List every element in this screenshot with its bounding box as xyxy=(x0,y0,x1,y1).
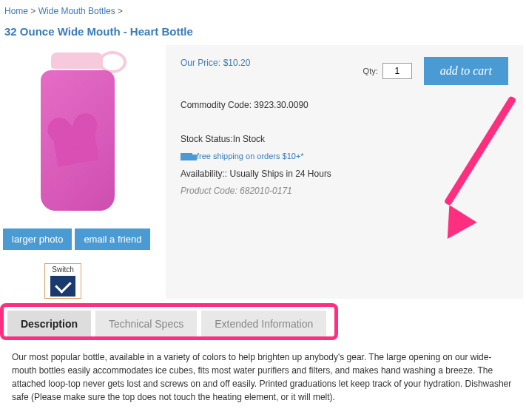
product-code: Product Code: 682010-0171 xyxy=(181,183,508,200)
larger-photo-button[interactable]: larger photo xyxy=(3,228,72,250)
switch-icon xyxy=(50,276,75,297)
price-label: Our Price xyxy=(181,58,218,68)
breadcrumb-home[interactable]: Home xyxy=(4,6,28,16)
breadcrumb-sep: > xyxy=(118,6,123,16)
add-to-cart-button[interactable]: add to cart xyxy=(424,57,508,85)
price-sep: : xyxy=(218,58,220,68)
tab-description[interactable]: Description xyxy=(7,311,91,337)
tab-technical-specs[interactable]: Technical Specs xyxy=(95,311,197,337)
switch-badge[interactable]: Switch xyxy=(44,263,81,299)
breadcrumb-category[interactable]: Wide Mouth Bottles xyxy=(38,6,115,16)
availability: Availability:: Usually Ships in 24 Hours xyxy=(181,166,508,183)
email-friend-button[interactable]: email a friend xyxy=(75,228,150,250)
bottle-icon xyxy=(36,52,118,215)
breadcrumb-sep: > xyxy=(30,6,36,16)
price-value: $10.20 xyxy=(223,58,251,68)
commodity-code: Commodity Code: 3923.30.0090 xyxy=(181,97,508,114)
annotation-arrow xyxy=(447,200,526,208)
switch-label: Switch xyxy=(52,265,73,274)
page-title: 32 Ounce Wide Mouth - Heart Bottle xyxy=(0,22,526,45)
description-content: Our most popular bottle, available in a … xyxy=(0,340,526,419)
free-shipping-text: free shipping on orders $10+* xyxy=(197,149,304,164)
qty-input[interactable] xyxy=(382,63,412,79)
tab-extended-info[interactable]: Extended Information xyxy=(201,311,326,337)
product-info-panel: Our Price: $10.20 Qty: add to cart Commo… xyxy=(166,45,523,299)
qty-label: Qty: xyxy=(363,67,378,75)
stock-status: Stock Status:In Stock xyxy=(181,131,508,148)
product-image[interactable] xyxy=(3,45,151,223)
breadcrumb: Home > Wide Mouth Bottles > xyxy=(0,0,526,22)
truck-icon xyxy=(181,153,192,160)
tabs: Description Technical Specs Extended Inf… xyxy=(3,308,523,340)
